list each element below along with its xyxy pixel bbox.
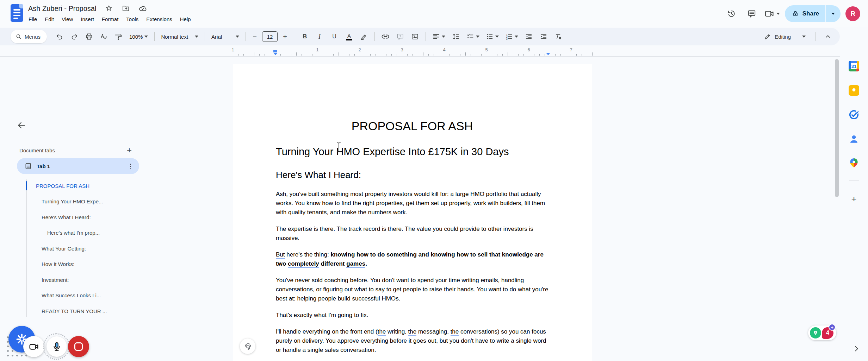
editing-mode-select[interactable]: Editing [759, 30, 811, 44]
outline-item[interactable]: Investment: [0, 272, 148, 288]
menu-item-help[interactable]: Help [176, 15, 195, 24]
menus-search-button[interactable]: Menus [11, 30, 47, 43]
tab-options-icon[interactable]: ⋮ [127, 162, 134, 170]
cloud-saved-icon[interactable] [138, 4, 147, 13]
share-button[interactable]: Share [785, 5, 841, 22]
ruler-number: 1 [231, 47, 234, 52]
lightbulb-icon[interactable] [810, 327, 821, 338]
document-page[interactable]: PROPOSAL FOR ASH Turning Your HMO Expert… [233, 64, 592, 361]
decrease-indent-button[interactable] [522, 30, 536, 44]
redo-button[interactable] [67, 30, 81, 44]
outline-item-label: PROPOSAL FOR ASH [36, 183, 89, 189]
zoom-select[interactable]: 100% [126, 30, 151, 44]
tab-doc-icon [25, 163, 32, 170]
right-indent-marker[interactable] [546, 53, 550, 55]
ruler-number: 1 [316, 47, 318, 52]
outline-item[interactable]: Here's what I'm prop... [0, 225, 148, 241]
ruler-number: 2 [358, 47, 361, 52]
outline-item[interactable]: Turning Your HMO Expe... [0, 194, 148, 210]
paragraph: The expertise is there. The track record… [276, 224, 548, 243]
show-side-panel-button[interactable] [851, 343, 862, 354]
font-size-input[interactable]: 12 [262, 31, 278, 42]
menu-item-format[interactable]: Format [98, 15, 123, 24]
menu-item-insert[interactable]: Insert [77, 15, 98, 24]
add-comment-button[interactable] [393, 30, 407, 44]
bold-button[interactable]: B [298, 30, 312, 44]
paint-format-button[interactable] [112, 30, 126, 44]
vertical-scrollbar-thumb[interactable] [835, 59, 839, 197]
bulleted-list-button[interactable] [483, 30, 502, 44]
menu-item-tools[interactable]: Tools [122, 15, 142, 24]
document-tabs-label: Document tabs [19, 147, 55, 153]
version-history-icon[interactable] [724, 6, 739, 21]
increase-indent-button[interactable] [537, 30, 551, 44]
clear-formatting-button[interactable] [551, 30, 565, 44]
camera-toggle-button[interactable] [23, 336, 44, 357]
menu-item-file[interactable]: File [25, 15, 41, 24]
maps-icon[interactable] [848, 157, 860, 169]
share-label: Share [802, 10, 819, 17]
outline-item[interactable]: PROPOSAL FOR ASH [0, 178, 148, 194]
microphone-toggle-button[interactable] [46, 336, 67, 357]
insert-image-button[interactable] [408, 30, 422, 44]
menu-item-view[interactable]: View [58, 15, 77, 24]
menu-item-edit[interactable]: Edit [41, 15, 58, 24]
paragraph: Ash, you've built something most propert… [276, 190, 548, 217]
paragraph: That's exactly what I'm going to fix. [276, 311, 548, 320]
join-call-button[interactable] [764, 9, 780, 19]
share-dropdown[interactable] [826, 13, 841, 15]
top-bar: Ash Zuberi - Proposal FileEditViewInsert… [0, 0, 868, 27]
align-button[interactable] [429, 30, 448, 44]
toolbar: Menus 100% Normal text [0, 28, 840, 45]
numbered-list-button[interactable]: 1 2 3 [502, 30, 521, 44]
menu-item-extensions[interactable]: Extensions [142, 15, 176, 24]
stop-icon [74, 342, 83, 351]
outline-item[interactable]: READY TO TURN YOUR ... [0, 303, 148, 319]
move-folder-icon[interactable] [122, 4, 130, 13]
ruler-number: 7 [570, 47, 572, 52]
ruler-number: 4 [443, 47, 445, 52]
decrease-font-size-button[interactable]: − [249, 30, 260, 44]
outline-item[interactable]: How It Works: [0, 256, 148, 272]
document-title[interactable]: Ash Zuberi - Proposal [28, 5, 96, 13]
spell-check-button[interactable] [97, 30, 111, 44]
print-button[interactable] [82, 30, 96, 44]
google-docs-app: Ash Zuberi - Proposal FileEditViewInsert… [0, 0, 868, 361]
add-tab-button[interactable]: + [123, 144, 136, 157]
text-color-button[interactable]: A [342, 30, 356, 44]
font-select[interactable]: Arial [209, 30, 242, 44]
keep-icon[interactable] [848, 84, 860, 97]
undo-button[interactable] [52, 30, 67, 44]
paragraph-style-select[interactable]: Normal text [158, 30, 201, 44]
underline-button[interactable]: U [327, 30, 341, 44]
hide-menus-button[interactable] [821, 30, 835, 44]
get-addons-button[interactable]: + [848, 192, 860, 205]
outline-item[interactable]: What Success Looks Li... [0, 288, 148, 304]
highlight-color-button[interactable] [357, 30, 371, 44]
ruler-number: 3 [401, 47, 403, 52]
close-panel-button[interactable] [13, 117, 30, 133]
insert-link-button[interactable] [378, 30, 392, 44]
doc-heading-title: PROPOSAL FOR ASH [276, 119, 548, 133]
tasks-icon[interactable] [848, 108, 860, 121]
doc-subtitle: Turning Your HMO Expertise Into £175K in… [276, 145, 548, 158]
account-avatar[interactable]: R [845, 6, 860, 21]
comments-icon[interactable] [744, 6, 760, 21]
star-icon[interactable] [105, 4, 113, 13]
outline-item[interactable]: Here's What I Heard: [0, 209, 148, 225]
fingerprint-button[interactable] [240, 338, 255, 354]
stop-recording-button[interactable] [68, 336, 89, 357]
tab-item-tab1[interactable]: Tab 1 ⋮ [17, 158, 139, 174]
contacts-icon[interactable] [848, 133, 860, 145]
google-docs-logo-icon[interactable] [11, 4, 23, 22]
italic-button[interactable]: I [312, 30, 327, 44]
calendar-icon[interactable]: 31 [848, 60, 860, 72]
line-spacing-button[interactable] [449, 30, 463, 44]
outline-item-label: Investment: [42, 277, 69, 283]
increase-font-size-button[interactable]: + [280, 30, 290, 44]
left-indent-marker[interactable] [273, 50, 278, 55]
doc-heading-1: Here's What I Heard: [276, 169, 548, 180]
chevron-down-icon [776, 13, 780, 15]
checklist-button[interactable] [464, 30, 482, 44]
outline-item[interactable]: What Your Getting: [0, 241, 148, 256]
